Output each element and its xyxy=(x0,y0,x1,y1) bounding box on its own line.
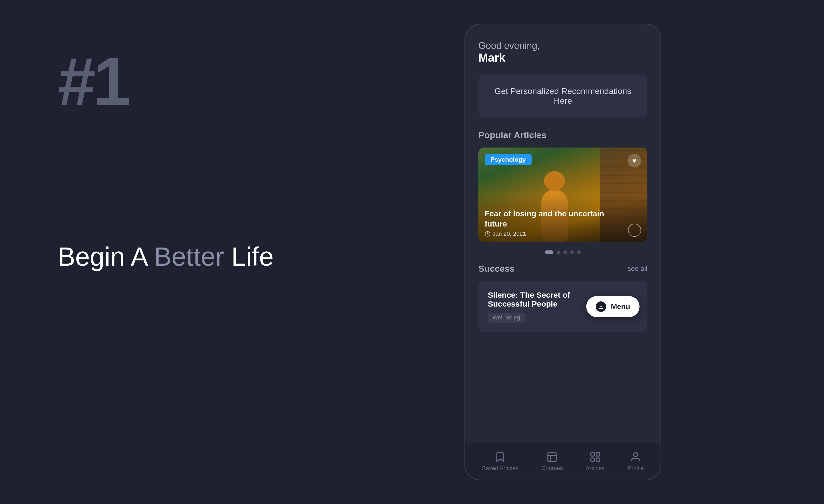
rank-number: #1 xyxy=(58,47,226,115)
greeting-section: Good evening, Mark xyxy=(479,40,647,64)
nav-courses-label: Courses xyxy=(541,465,563,472)
courses-icon xyxy=(546,451,558,463)
popular-articles-header: Popular Articles xyxy=(479,130,647,140)
personalized-banner[interactable]: Get Personalized Recommendations Here xyxy=(479,75,647,117)
dot-3 xyxy=(563,250,567,254)
nav-profile[interactable]: Profile xyxy=(627,451,644,472)
nav-courses[interactable]: Courses xyxy=(541,451,563,472)
heart-button[interactable]: ♥ xyxy=(627,154,641,168)
menu-arrow-icon xyxy=(596,301,606,312)
bookmark-icon xyxy=(494,451,506,463)
svg-rect-7 xyxy=(596,458,600,461)
featured-article-card[interactable]: Psychology ♥ Fear of losing and the unce… xyxy=(479,147,647,242)
success-section-title: Success xyxy=(479,264,515,274)
nav-articles-label: Articles xyxy=(586,465,605,472)
tagline: Begin A Better Life xyxy=(58,241,226,272)
featured-article-title: Fear of losing and the uncertain future xyxy=(485,208,626,229)
greeting-name: Mark xyxy=(479,51,647,64)
nav-profile-label: Profile xyxy=(627,465,644,472)
articles-icon xyxy=(589,451,601,463)
download-icon xyxy=(598,304,604,309)
success-article-card[interactable]: Silence: The Secret of Successful People… xyxy=(479,281,647,332)
success-section: Success see all Silence: The Secret of S… xyxy=(479,264,647,332)
dot-2 xyxy=(556,250,560,254)
svg-rect-6 xyxy=(591,458,594,461)
bottom-navigation: Saved Articles Courses Articles xyxy=(465,443,660,480)
nav-articles[interactable]: Articles xyxy=(586,451,605,472)
greeting-subtitle: Good evening, xyxy=(479,40,647,51)
svg-point-8 xyxy=(634,452,638,457)
dot-4 xyxy=(570,250,574,254)
banner-label: Get Personalized Recommendations Here xyxy=(494,86,631,106)
profile-icon xyxy=(630,451,641,463)
article-expand-button[interactable] xyxy=(628,224,641,237)
tagline-end: Life xyxy=(224,242,274,271)
article-date: Jan 20, 2021 xyxy=(485,230,526,237)
carousel-dots xyxy=(479,250,647,254)
phone-frame: Good evening, Mark Get Personalized Reco… xyxy=(465,24,661,480)
phone-mockup: Good evening, Mark Get Personalized Reco… xyxy=(465,24,661,480)
svg-rect-5 xyxy=(596,452,600,456)
tagline-highlight: Better xyxy=(154,242,224,271)
popular-articles-title: Popular Articles xyxy=(479,130,546,140)
svg-rect-4 xyxy=(591,452,594,456)
tagline-start: Begin A xyxy=(58,242,154,271)
svg-rect-3 xyxy=(548,452,556,461)
dot-5 xyxy=(577,250,581,254)
nav-saved-articles-label: Saved Articles xyxy=(482,465,519,472)
clock-icon xyxy=(485,231,491,237)
article-category-badge: Psychology xyxy=(485,154,532,165)
menu-label: Menu xyxy=(611,302,630,311)
article-tag: Well Being xyxy=(488,313,525,323)
phone-content: Good evening, Mark Get Personalized Reco… xyxy=(465,24,660,443)
left-section: #1 Begin A Better Life xyxy=(0,0,226,504)
see-all-button[interactable]: see all xyxy=(628,265,647,273)
menu-overlay-button[interactable]: Menu xyxy=(586,296,639,317)
success-section-header: Success see all xyxy=(479,264,647,274)
dot-1 xyxy=(545,250,553,254)
nav-saved-articles[interactable]: Saved Articles xyxy=(482,451,519,472)
